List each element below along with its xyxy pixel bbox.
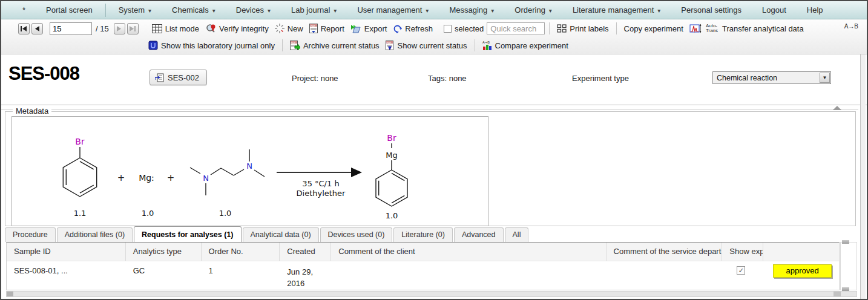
tab-literature[interactable]: Literature (0): [393, 227, 453, 242]
nitrogen-label: N: [203, 174, 209, 183]
show-status-button[interactable]: PDF Show current status: [383, 39, 470, 51]
previous-record-button[interactable]: [31, 23, 43, 34]
conditions-solvent: Diethylether: [297, 189, 346, 198]
window-vertical-scrollbar[interactable]: [860, 54, 866, 299]
menu-item-user-management[interactable]: User management: [347, 5, 439, 15]
menu-item-personal-settings[interactable]: Personal settings: [671, 5, 752, 15]
show-journal-only-button[interactable]: Show this laboratory journal only: [145, 39, 278, 51]
cell-comment-service: [607, 261, 723, 290]
ab-transfer-badge: A→B: [844, 23, 858, 30]
transfer-analytical-data-button[interactable]: Auto-Trans Transfer analytical data: [686, 22, 807, 34]
archive-status-button[interactable]: PDF Archive current status: [287, 39, 383, 51]
status-approved-button[interactable]: approved: [773, 264, 832, 278]
table-row[interactable]: SES-008-01, ... GC 1 Jun 29, 2016 ✓ appr…: [7, 261, 839, 290]
toolbar-separator: [549, 22, 550, 34]
menu-item-messaging[interactable]: Messaging: [439, 5, 504, 15]
conditions-temperature: 35 °C/1 h: [302, 179, 339, 188]
menu-item-ordering[interactable]: Ordering: [504, 5, 562, 15]
column-header-created[interactable]: Created: [280, 243, 331, 261]
refresh-icon: [393, 24, 402, 33]
record-number-input[interactable]: [50, 22, 92, 35]
show-status-label: Show current status: [398, 41, 467, 50]
copy-experiment-button[interactable]: Copy experiment: [621, 23, 686, 34]
horizontal-scrollbar-thumb[interactable]: [7, 292, 13, 296]
menubar: * Portal screen System Chemicals Devices…: [1, 1, 867, 19]
toolbar-row-1: / 15 List mode Verify integrity: [1, 19, 867, 38]
column-header-status: [763, 243, 839, 261]
report-button[interactable]: PDF Report: [306, 22, 347, 34]
column-header-analytics-type[interactable]: Analytics type: [126, 243, 202, 261]
first-record-button[interactable]: [18, 23, 30, 34]
report-label: Report: [321, 24, 344, 33]
selected-checkbox-group: selected: [441, 23, 487, 34]
column-header-show-experiment[interactable]: Show expe: [722, 243, 763, 261]
menu-item-literature-management[interactable]: Literature management: [562, 5, 671, 15]
tab-devices-used[interactable]: Devices used (0): [320, 227, 393, 242]
tab-additional-files[interactable]: Additional files (0): [57, 227, 133, 242]
pane-splitter[interactable]: [1, 108, 858, 110]
experiment-type-label: Experiment type: [572, 74, 629, 83]
new-button[interactable]: New: [272, 22, 306, 34]
product-amount: 1.0: [386, 211, 398, 220]
linked-experiment-button[interactable]: SES-002: [150, 70, 207, 85]
chevron-down-icon[interactable]: ▼: [820, 73, 830, 83]
menu-item-portal-screen[interactable]: Portal screen: [36, 5, 103, 15]
next-record-button[interactable]: [114, 23, 125, 34]
selected-label: selected: [455, 24, 484, 33]
compare-experiment-icon: A→B: [482, 41, 492, 51]
column-header-comment-client[interactable]: Comment of the client: [331, 243, 606, 261]
menu-item-lab-journal[interactable]: Lab journal: [281, 5, 347, 15]
horizontal-scrollbar[interactable]: [6, 291, 857, 297]
menu-item-devices[interactable]: Devices: [226, 5, 281, 15]
verify-integrity-label: Verify integrity: [219, 24, 269, 33]
menu-item-logout[interactable]: Logout: [752, 5, 797, 15]
tab-all[interactable]: All: [505, 227, 529, 242]
journal-book-icon: [148, 41, 158, 50]
export-button[interactable]: Export: [347, 23, 390, 34]
transfer-analytical-data-label: Transfer analytical data: [722, 24, 804, 33]
print-labels-button[interactable]: Print labels: [554, 23, 611, 34]
show-experiment-checkbox[interactable]: ✓: [737, 266, 745, 275]
column-header-sample-id[interactable]: Sample ID: [7, 243, 126, 261]
new-icon: [275, 24, 284, 33]
print-labels-icon: [557, 24, 567, 33]
linked-experiment-label: SES-002: [168, 73, 199, 82]
copy-experiment-label: Copy experiment: [624, 24, 683, 33]
menu-item-system[interactable]: System: [108, 5, 162, 15]
svg-text:A→B: A→B: [482, 41, 490, 44]
list-mode-button[interactable]: List mode: [149, 23, 202, 34]
tab-procedure[interactable]: Procedure: [5, 227, 56, 242]
reaction-scheme-canvas[interactable]: Br 1.1 + Mg: 1.0 + N N 1.0: [12, 116, 488, 226]
tab-advanced[interactable]: Advanced: [454, 227, 504, 242]
archive-status-label: Archive current status: [303, 41, 380, 50]
compare-experiment-button[interactable]: A→B Compare experiment: [479, 39, 571, 52]
amine-amount: 1.0: [219, 209, 232, 218]
collapse-up-icon[interactable]: [833, 106, 841, 110]
scroll-up-handle[interactable]: [842, 240, 849, 244]
menu-item-chemicals[interactable]: Chemicals: [162, 5, 226, 15]
menu-item-help[interactable]: Help: [797, 5, 833, 15]
compare-experiment-label: Compare experiment: [495, 41, 568, 50]
cell-comment-client: [331, 261, 606, 290]
new-label: New: [288, 24, 303, 33]
eln-window: * Portal screen System Chemicals Devices…: [0, 0, 868, 300]
experiment-type-select[interactable]: Chemical reaction ▼: [712, 71, 831, 84]
cell-sample-id: SES-008-01, ...: [7, 261, 126, 290]
metadata-section: Metadata Br 1.1 + Mg: 1.0 +: [5, 111, 856, 226]
toolbar-separator: [475, 39, 475, 51]
quick-search-input[interactable]: [487, 22, 545, 34]
column-header-order-no[interactable]: Order No.: [202, 243, 280, 261]
bromine-label: Br: [387, 133, 396, 143]
svg-text:PDF: PDF: [386, 41, 391, 44]
selected-checkbox[interactable]: [444, 25, 452, 33]
refresh-button[interactable]: Refresh: [390, 23, 436, 34]
column-header-comment-service[interactable]: Comment of the service depart: [607, 243, 723, 261]
verify-integrity-icon: [205, 24, 216, 33]
verify-integrity-button[interactable]: Verify integrity: [202, 22, 272, 34]
menu-item-home[interactable]: *: [12, 5, 36, 15]
table-vertical-scrollbar[interactable]: [840, 242, 857, 290]
tab-requests-for-analyses[interactable]: Requests for analyses (1): [134, 226, 241, 242]
tab-analytical-data[interactable]: Analytical data (0): [243, 227, 319, 242]
last-record-button[interactable]: [127, 23, 139, 34]
toolbar-separator: [282, 39, 283, 51]
